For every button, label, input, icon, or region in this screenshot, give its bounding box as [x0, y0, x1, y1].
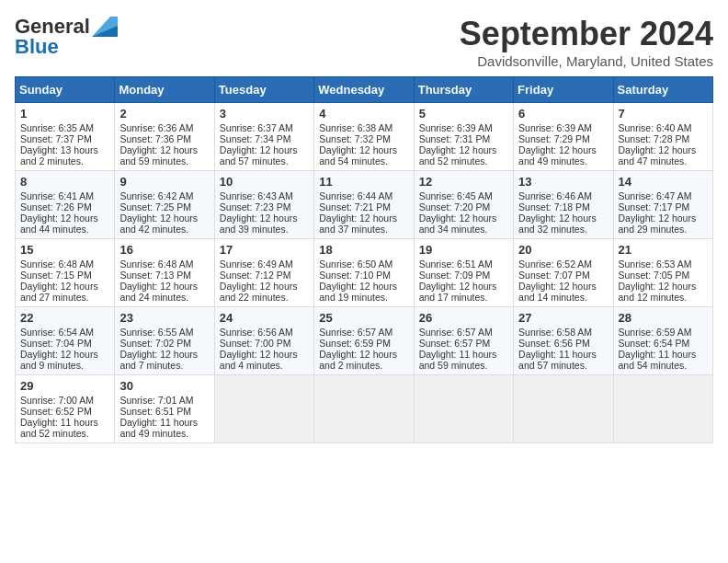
- sunrise-label: Sunrise: 6:49 AM: [220, 259, 293, 270]
- calendar-cell: 2 Sunrise: 6:36 AM Sunset: 7:36 PM Dayli…: [115, 103, 214, 171]
- day-number: 3: [220, 107, 309, 121]
- daylight-label: Daylight: 12 hours and 57 minutes.: [220, 144, 298, 167]
- sunset-label: Sunset: 7:04 PM: [20, 338, 92, 349]
- daylight-label: Daylight: 12 hours and 7 minutes.: [119, 349, 198, 371]
- day-number: 24: [220, 311, 309, 325]
- calendar-cell: 3 Sunrise: 6:37 AM Sunset: 7:34 PM Dayli…: [214, 103, 313, 171]
- sunrise-label: Sunrise: 6:39 AM: [518, 122, 592, 133]
- sunset-label: Sunset: 7:34 PM: [220, 133, 291, 144]
- day-number: 4: [319, 107, 408, 121]
- location: Davidsonville, Maryland, United States: [460, 53, 713, 69]
- sunrise-label: Sunrise: 6:44 AM: [319, 190, 392, 201]
- sunset-label: Sunset: 6:52 PM: [20, 406, 92, 417]
- daylight-label: Daylight: 12 hours and 37 minutes.: [319, 213, 397, 235]
- calendar-cell: 26 Sunrise: 6:57 AM Sunset: 6:57 PM Dayl…: [414, 307, 513, 375]
- daylight-label: Daylight: 11 hours and 54 minutes.: [619, 349, 697, 371]
- sunrise-label: Sunrise: 6:51 AM: [419, 259, 493, 270]
- weekday-header-thursday: Thursday: [414, 77, 513, 103]
- calendar-cell: 20 Sunrise: 6:52 AM Sunset: 7:07 PM Dayl…: [514, 239, 613, 307]
- sunrise-label: Sunrise: 6:55 AM: [119, 327, 193, 338]
- day-number: 1: [20, 107, 109, 121]
- daylight-label: Daylight: 12 hours and 9 minutes.: [20, 349, 98, 371]
- sunset-label: Sunset: 7:07 PM: [518, 270, 590, 281]
- day-number: 18: [319, 243, 408, 257]
- sunset-label: Sunset: 7:29 PM: [518, 133, 590, 144]
- daylight-label: Daylight: 12 hours and 54 minutes.: [319, 144, 397, 167]
- daylight-label: Daylight: 12 hours and 59 minutes.: [119, 144, 198, 167]
- sunset-label: Sunset: 6:57 PM: [419, 338, 491, 349]
- day-number: 12: [419, 175, 508, 189]
- calendar-cell: 8 Sunrise: 6:41 AM Sunset: 7:26 PM Dayli…: [16, 171, 115, 239]
- day-number: 21: [619, 243, 708, 257]
- sunset-label: Sunset: 7:18 PM: [518, 201, 590, 213]
- daylight-label: Daylight: 12 hours and 44 minutes.: [20, 213, 98, 235]
- logo: General Blue: [15, 15, 118, 59]
- calendar-week-4: 22 Sunrise: 6:54 AM Sunset: 7:04 PM Dayl…: [16, 307, 713, 375]
- calendar-cell: [414, 375, 513, 443]
- calendar-week-5: 29 Sunrise: 7:00 AM Sunset: 6:52 PM Dayl…: [16, 375, 713, 443]
- sunset-label: Sunset: 7:10 PM: [319, 270, 391, 281]
- daylight-label: Daylight: 12 hours and 29 minutes.: [619, 213, 697, 235]
- day-number: 19: [419, 243, 508, 257]
- calendar-cell: 17 Sunrise: 6:49 AM Sunset: 7:12 PM Dayl…: [214, 239, 313, 307]
- weekday-header-sunday: Sunday: [16, 77, 115, 103]
- calendar-cell: 19 Sunrise: 6:51 AM Sunset: 7:09 PM Dayl…: [414, 239, 513, 307]
- calendar-cell: 11 Sunrise: 6:44 AM Sunset: 7:21 PM Dayl…: [314, 171, 414, 239]
- daylight-label: Daylight: 12 hours and 49 minutes.: [518, 144, 597, 167]
- sunset-label: Sunset: 6:51 PM: [119, 406, 191, 417]
- daylight-label: Daylight: 11 hours and 52 minutes.: [20, 417, 98, 439]
- daylight-label: Daylight: 11 hours and 57 minutes.: [518, 349, 597, 371]
- day-number: 14: [619, 175, 708, 189]
- daylight-label: Daylight: 12 hours and 19 minutes.: [319, 281, 397, 303]
- sunset-label: Sunset: 7:20 PM: [419, 201, 491, 213]
- daylight-label: Daylight: 12 hours and 42 minutes.: [119, 213, 198, 235]
- day-number: 8: [20, 175, 109, 189]
- sunrise-label: Sunrise: 7:00 AM: [20, 395, 94, 406]
- sunrise-label: Sunrise: 6:56 AM: [220, 327, 293, 338]
- daylight-label: Daylight: 12 hours and 17 minutes.: [419, 281, 497, 303]
- sunrise-label: Sunrise: 6:40 AM: [619, 122, 692, 133]
- sunrise-label: Sunrise: 6:43 AM: [220, 190, 293, 201]
- day-number: 5: [419, 107, 508, 121]
- daylight-label: Daylight: 12 hours and 14 minutes.: [518, 281, 597, 303]
- weekday-header-row: SundayMondayTuesdayWednesdayThursdayFrid…: [16, 77, 713, 103]
- daylight-label: Daylight: 12 hours and 24 minutes.: [119, 281, 198, 303]
- sunset-label: Sunset: 7:05 PM: [619, 270, 690, 281]
- calendar-cell: 24 Sunrise: 6:56 AM Sunset: 7:00 PM Dayl…: [214, 307, 313, 375]
- sunrise-label: Sunrise: 6:37 AM: [220, 122, 293, 133]
- sunrise-label: Sunrise: 6:58 AM: [518, 327, 592, 338]
- calendar-cell: 13 Sunrise: 6:46 AM Sunset: 7:18 PM Dayl…: [514, 171, 613, 239]
- calendar-cell: 7 Sunrise: 6:40 AM Sunset: 7:28 PM Dayli…: [613, 103, 712, 171]
- sunrise-label: Sunrise: 6:36 AM: [119, 122, 193, 133]
- sunrise-label: Sunrise: 6:38 AM: [319, 122, 392, 133]
- calendar-table: SundayMondayTuesdayWednesdayThursdayFrid…: [15, 76, 713, 443]
- sunset-label: Sunset: 7:25 PM: [119, 201, 191, 213]
- calendar-cell: 12 Sunrise: 6:45 AM Sunset: 7:20 PM Dayl…: [414, 171, 513, 239]
- calendar-cell: 14 Sunrise: 6:47 AM Sunset: 7:17 PM Dayl…: [613, 171, 712, 239]
- sunset-label: Sunset: 7:26 PM: [20, 201, 92, 213]
- sunrise-label: Sunrise: 6:54 AM: [20, 327, 94, 338]
- sunrise-label: Sunrise: 6:59 AM: [619, 327, 692, 338]
- day-number: 28: [619, 311, 708, 325]
- daylight-label: Daylight: 12 hours and 47 minutes.: [619, 144, 697, 167]
- calendar-week-2: 8 Sunrise: 6:41 AM Sunset: 7:26 PM Dayli…: [16, 171, 713, 239]
- calendar-cell: 22 Sunrise: 6:54 AM Sunset: 7:04 PM Dayl…: [16, 307, 115, 375]
- sunrise-label: Sunrise: 6:45 AM: [419, 190, 493, 201]
- day-number: 15: [20, 243, 109, 257]
- sunrise-label: Sunrise: 6:48 AM: [119, 259, 193, 270]
- sunset-label: Sunset: 7:31 PM: [419, 133, 491, 144]
- calendar-cell: [613, 375, 712, 443]
- daylight-label: Daylight: 11 hours and 59 minutes.: [419, 349, 497, 371]
- daylight-label: Daylight: 13 hours and 2 minutes.: [20, 144, 98, 167]
- sunset-label: Sunset: 7:15 PM: [20, 270, 92, 281]
- sunrise-label: Sunrise: 6:41 AM: [20, 190, 94, 201]
- day-number: 2: [119, 107, 209, 121]
- calendar-cell: 30 Sunrise: 7:01 AM Sunset: 6:51 PM Dayl…: [115, 375, 214, 443]
- day-number: 9: [119, 175, 209, 189]
- sunset-label: Sunset: 7:13 PM: [119, 270, 191, 281]
- day-number: 13: [518, 175, 608, 189]
- sunrise-label: Sunrise: 6:52 AM: [518, 259, 592, 270]
- calendar-cell: 23 Sunrise: 6:55 AM Sunset: 7:02 PM Dayl…: [115, 307, 214, 375]
- daylight-label: Daylight: 12 hours and 27 minutes.: [20, 281, 98, 303]
- sunrise-label: Sunrise: 7:01 AM: [119, 395, 193, 406]
